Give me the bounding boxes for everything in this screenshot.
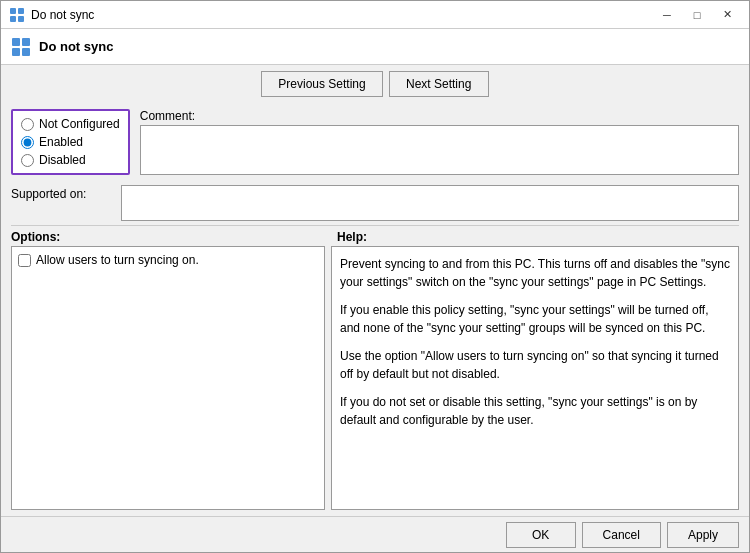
content-area: Not Configured Enabled Disabled Comment:… (1, 103, 749, 516)
help-paragraph-2: If you enable this policy setting, "sync… (340, 301, 730, 337)
help-header: Help: (331, 230, 739, 244)
help-paragraph-3: Use the option "Allow users to turn sync… (340, 347, 730, 383)
radio-enabled[interactable]: Enabled (21, 135, 120, 149)
subtitle-icon (11, 37, 31, 57)
radio-not-configured[interactable]: Not Configured (21, 117, 120, 131)
help-paragraph-1: Prevent syncing to and from this PC. Thi… (340, 255, 730, 291)
radio-group: Not Configured Enabled Disabled (11, 109, 130, 175)
next-setting-button[interactable]: Next Setting (389, 71, 489, 97)
title-bar-left: Do not sync (9, 7, 94, 23)
comment-textarea[interactable] (140, 125, 739, 175)
ok-button[interactable]: OK (506, 522, 576, 548)
help-panel: Prevent syncing to and from this PC. Thi… (331, 246, 739, 510)
maximize-button[interactable]: □ (683, 4, 711, 26)
supported-section: Supported on: (11, 181, 739, 225)
subtitle-text: Do not sync (39, 39, 113, 54)
radio-disabled[interactable]: Disabled (21, 153, 120, 167)
main-panels: Allow users to turn syncing on. Prevent … (11, 246, 739, 516)
toolbar: Previous Setting Next Setting (1, 65, 749, 103)
radio-disabled-input[interactable] (21, 154, 34, 167)
svg-rect-2 (10, 16, 16, 22)
window-title: Do not sync (31, 8, 94, 22)
allow-sync-checkbox-item[interactable]: Allow users to turn syncing on. (18, 253, 318, 267)
title-bar: Do not sync ─ □ ✕ (1, 1, 749, 29)
svg-rect-3 (18, 16, 24, 22)
minimize-button[interactable]: ─ (653, 4, 681, 26)
comment-label: Comment: (140, 109, 739, 123)
allow-sync-label: Allow users to turn syncing on. (36, 253, 199, 267)
title-controls: ─ □ ✕ (653, 4, 741, 26)
close-button[interactable]: ✕ (713, 4, 741, 26)
supported-label: Supported on: (11, 185, 121, 201)
help-paragraph-4: If you do not set or disable this settin… (340, 393, 730, 429)
svg-rect-5 (22, 38, 30, 46)
radio-not-configured-label: Not Configured (39, 117, 120, 131)
window-icon (9, 7, 25, 23)
comment-section: Comment: (130, 109, 739, 175)
allow-sync-checkbox[interactable] (18, 254, 31, 267)
supported-box (121, 185, 739, 221)
previous-setting-button[interactable]: Previous Setting (261, 71, 382, 97)
radio-not-configured-input[interactable] (21, 118, 34, 131)
svg-rect-1 (18, 8, 24, 14)
radio-disabled-label: Disabled (39, 153, 86, 167)
svg-rect-0 (10, 8, 16, 14)
options-panel: Allow users to turn syncing on. (11, 246, 325, 510)
radio-enabled-label: Enabled (39, 135, 83, 149)
svg-rect-4 (12, 38, 20, 46)
radio-enabled-input[interactable] (21, 136, 34, 149)
cancel-button[interactable]: Cancel (582, 522, 661, 548)
apply-button[interactable]: Apply (667, 522, 739, 548)
svg-rect-6 (12, 48, 20, 56)
top-section: Not Configured Enabled Disabled Comment: (11, 103, 739, 181)
main-window: Do not sync ─ □ ✕ Do not sync Previous S… (0, 0, 750, 553)
options-header: Options: (11, 230, 331, 244)
svg-rect-7 (22, 48, 30, 56)
section-headers: Options: Help: (11, 225, 739, 246)
bottom-bar: OK Cancel Apply (1, 516, 749, 552)
subtitle-bar: Do not sync (1, 29, 749, 65)
